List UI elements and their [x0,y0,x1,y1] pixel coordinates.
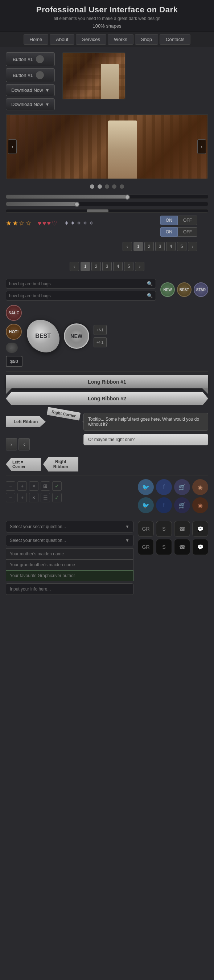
divider-4 [6,409,208,409]
progress-bar-1[interactable] [6,194,208,199]
app-icon-phone-1[interactable]: ☎ [174,521,190,537]
social-rss-1[interactable]: ◉ [192,479,208,495]
full-slider-image [6,115,208,178]
button-1a[interactable]: Button #1 [6,52,55,66]
left-ribbon-button[interactable]: Left Ribbon [6,416,46,427]
op-minus-2[interactable]: − [6,493,15,502]
page-2-2[interactable]: 2 [91,262,101,271]
main-content: Button #1 Button #1 Download Now ▼ Downl… [0,47,214,606]
nav-works[interactable]: Works [108,34,133,45]
op-times-2[interactable]: × [29,493,38,502]
page-2-1[interactable]: 2 [144,242,154,251]
app-icon-chat-1[interactable]: 💬 [192,521,208,537]
social-twitter-2[interactable]: 🐦 [138,497,154,513]
slider-prev-button[interactable]: ‹ [8,139,17,154]
op-check-1[interactable]: ✓ [52,481,62,491]
social-cart-1[interactable]: 🛒 [174,479,190,495]
button-1b[interactable]: Button #1 [6,68,55,82]
arrow-right-button[interactable]: › [6,438,17,450]
app-icon-gr-2[interactable]: GR [138,539,154,555]
nav-shop[interactable]: Shop [135,34,158,45]
nav-home[interactable]: Home [24,34,49,45]
social-rss-2[interactable]: ◉ [192,497,208,513]
op-plus-2[interactable]: + [17,493,27,502]
social-row-1: 🐦 f 🛒 ◉ [138,479,208,495]
download-button-1[interactable]: Download Now ▼ [6,84,55,96]
select-2[interactable]: Select your secret question... ▼ [6,535,133,546]
scrollbar-thumb[interactable] [87,210,108,212]
arrow-left-button[interactable]: ‹ [19,438,30,450]
page-next-1[interactable]: › [188,242,197,251]
app-icon-phone-2[interactable]: ☎ [174,539,190,555]
social-facebook-2[interactable]: f [156,497,172,513]
badge-new-large-label: NEW [70,333,82,339]
select-option-3[interactable]: Your favourite Graphicriver author [6,570,133,581]
toggle-2-on[interactable]: ON [160,227,178,237]
app-icon-chat-2[interactable]: 💬 [192,539,208,555]
social-facebook-1[interactable]: f [156,479,172,495]
badge-price-label: $50 [10,359,18,364]
search-icon-1: 🔍 [147,281,153,286]
page-3-1[interactable]: 3 [155,242,165,251]
download-button-2[interactable]: Download Now ▼ [6,99,55,110]
op-times-1[interactable]: × [29,481,38,491]
slider-next-button[interactable]: › [197,139,206,154]
badge-hot: HOT! [6,324,22,340]
dot-1[interactable] [90,185,94,189]
app-icon-gr-1[interactable]: GR [138,521,154,537]
page-prev-1[interactable]: ‹ [123,242,132,251]
dot-3[interactable] [105,185,109,189]
app-icon-s-2[interactable]: S [156,539,172,555]
dot-2[interactable] [98,185,102,189]
stars-row: ★★☆☆ ♥♥♥♡ ✦✦✧✧✧ [6,219,95,227]
page-1-1[interactable]: 1 [133,242,143,251]
search-input-2[interactable] [9,293,147,298]
page-3-2[interactable]: 3 [102,262,112,271]
nav-about[interactable]: About [50,34,75,45]
page-1-2[interactable]: 1 [81,262,90,271]
statue-decoration [101,64,119,99]
select-1[interactable]: Select your secret question... ▼ [6,521,133,533]
toggle-2-off[interactable]: OFF [178,227,197,237]
heart-rating[interactable]: ♥♥♥♡ [38,219,58,227]
progress-bar-2[interactable] [6,202,208,206]
star-rating[interactable]: ★★☆☆ [6,219,32,227]
nav-contacts[interactable]: Contacts [160,34,190,45]
op-minus-1[interactable]: − [6,481,15,491]
page-5-1[interactable]: 5 [177,242,186,251]
page-4-1[interactable]: 4 [166,242,176,251]
scrollbar-horizontal[interactable] [6,209,208,213]
progress-fill-1 [6,195,127,199]
search-input-1[interactable] [9,281,147,286]
award-rating[interactable]: ✦✦✧✧✧ [64,219,95,227]
ribbon-2-section: Long Ribbon #2 [6,392,208,405]
tooltip-dark: Tooltip... Some helpful text goes here. … [83,413,208,431]
dot-4[interactable] [112,185,116,189]
tooltip-light: Or maybe the light one? [83,434,208,445]
toggle-1-on[interactable]: ON [160,216,178,225]
op-plus-1[interactable]: + [17,481,27,491]
info-input[interactable] [6,583,133,595]
select-option-2[interactable]: Your grandmother's maiden name [6,559,133,570]
progress-thumb-2[interactable] [75,202,79,207]
op-check-2[interactable]: ✓ [52,493,62,502]
page-5-2[interactable]: 5 [124,262,133,271]
select-option-1[interactable]: Your mother's maiden name [6,549,133,559]
page-prev-2[interactable]: ‹ [70,262,79,271]
nav-services[interactable]: Services [76,34,106,45]
op-list-2[interactable]: ☰ [41,493,50,502]
dot-5[interactable] [120,185,124,189]
forms-appicons-section: Select your secret question... ▼ Select … [6,521,208,597]
page-4-2[interactable]: 4 [113,262,123,271]
social-twitter-1[interactable]: 🐦 [138,479,154,495]
badge-best-large-label: BEST [35,333,51,339]
corner-tooltip-section: Right Corner Left Ribbon › ‹ Left = Corn… [6,413,208,471]
select-1-label: Select your secret question... [10,524,66,529]
social-cart-2[interactable]: 🛒 [174,497,190,513]
app-icon-s-1[interactable]: S [156,521,172,537]
op-grid-1[interactable]: ⊞ [41,481,50,491]
right-ribbon-button[interactable]: Right Ribbon [43,457,78,471]
toggle-1-off[interactable]: OFF [178,216,197,225]
page-next-2[interactable]: › [135,262,144,271]
progress-thumb-1[interactable] [125,194,130,200]
